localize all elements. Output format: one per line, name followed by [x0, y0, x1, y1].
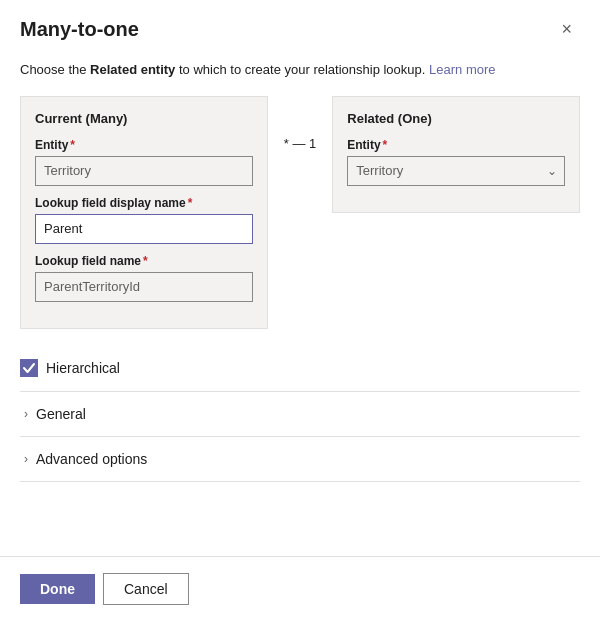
related-entity-field-group: Entity* Territory ⌄: [347, 138, 565, 186]
chevron-right-icon-2: ›: [24, 452, 28, 466]
cardinality-indicator: * — 1: [268, 96, 333, 151]
cancel-button[interactable]: Cancel: [103, 573, 189, 605]
done-button[interactable]: Done: [20, 574, 95, 604]
description-bold: Related entity: [90, 62, 175, 77]
hierarchical-section: Hierarchical: [20, 345, 580, 392]
related-entity-select-wrapper: Territory ⌄: [347, 156, 565, 186]
many-to-one-dialog: Many-to-one × Choose the Related entity …: [0, 0, 600, 621]
description-suffix: to which to create your relationship loo…: [179, 62, 429, 77]
description-prefix: Choose the: [20, 62, 90, 77]
related-entity-select[interactable]: Territory: [347, 156, 565, 186]
lookup-display-input[interactable]: [35, 214, 253, 244]
dialog-body: Choose the Related entity to which to cr…: [0, 52, 600, 556]
related-entity-label: Entity*: [347, 138, 565, 152]
relationship-row: Current (Many) Entity* Lookup field disp…: [20, 96, 580, 329]
advanced-section-header[interactable]: › Advanced options: [20, 451, 580, 467]
hierarchical-checkbox[interactable]: [20, 359, 38, 377]
chevron-right-icon: ›: [24, 407, 28, 421]
dialog-footer: Done Cancel: [0, 556, 600, 621]
related-panel: Related (One) Entity* Territory ⌄: [332, 96, 580, 213]
current-panel: Current (Many) Entity* Lookup field disp…: [20, 96, 268, 329]
current-panel-title: Current (Many): [35, 111, 253, 126]
current-entity-input: [35, 156, 253, 186]
lookup-display-label: Lookup field display name*: [35, 196, 253, 210]
checkmark-icon: [23, 362, 35, 374]
close-button[interactable]: ×: [553, 16, 580, 42]
lookup-display-field-group: Lookup field display name*: [35, 196, 253, 244]
entity-label: Entity*: [35, 138, 253, 152]
advanced-section-label: Advanced options: [36, 451, 147, 467]
dialog-header: Many-to-one ×: [0, 0, 600, 52]
general-section-header[interactable]: › General: [20, 406, 580, 422]
description-text: Choose the Related entity to which to cr…: [20, 60, 580, 80]
lookup-name-input[interactable]: [35, 272, 253, 302]
entity-field-group: Entity*: [35, 138, 253, 186]
lookup-name-label: Lookup field name*: [35, 254, 253, 268]
lookup-name-field-group: Lookup field name*: [35, 254, 253, 302]
advanced-section: › Advanced options: [20, 437, 580, 482]
related-panel-title: Related (One): [347, 111, 565, 126]
general-section-label: General: [36, 406, 86, 422]
learn-more-link[interactable]: Learn more: [429, 62, 495, 77]
general-section: › General: [20, 392, 580, 437]
dialog-title: Many-to-one: [20, 18, 139, 41]
hierarchical-label: Hierarchical: [46, 360, 120, 376]
